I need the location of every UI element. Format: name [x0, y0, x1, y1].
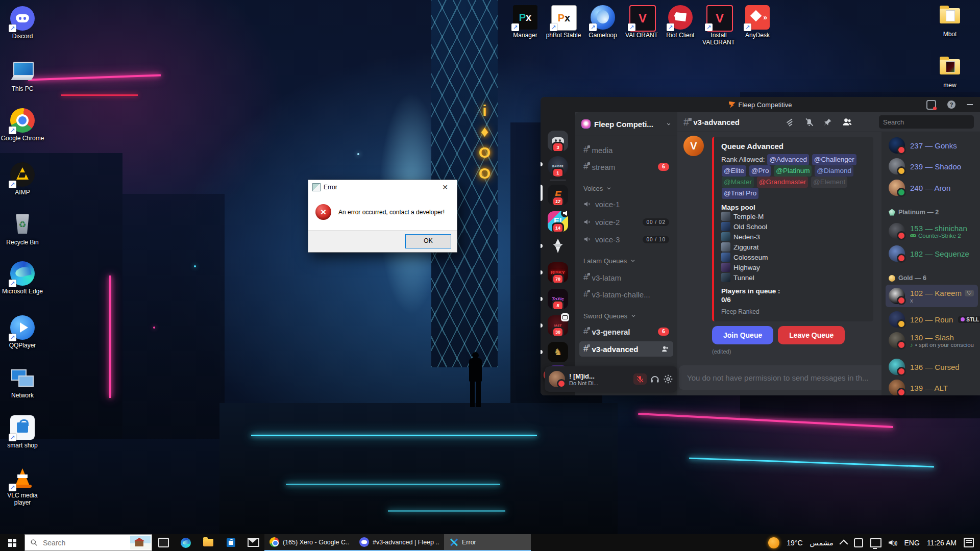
taskbar-explorer[interactable]: [197, 534, 219, 551]
channel-voice-2[interactable]: voice-200 / 02: [579, 214, 673, 230]
help-icon[interactable]: ?: [947, 101, 955, 109]
weather-sun-icon[interactable]: [768, 537, 779, 548]
member-row[interactable]: 240 — Aron: [886, 178, 978, 198]
mention[interactable]: @Platinum: [774, 165, 812, 177]
mention[interactable]: @Challenger: [812, 154, 856, 165]
search-input[interactable]: [879, 115, 974, 129]
desktop-icon-qqplayer[interactable]: ↗ QQPlayer: [0, 315, 45, 349]
message-author-avatar[interactable]: V: [683, 136, 704, 156]
member-row[interactable]: 130 — Slash ♪ • spit on your consciou: [886, 329, 978, 352]
headphones-button[interactable]: [650, 374, 660, 384]
section-sword-queues[interactable]: Sword Queues: [583, 310, 673, 321]
action-center-icon[interactable]: [964, 538, 974, 547]
mention[interactable]: @Master: [722, 177, 754, 188]
server-icon-horse[interactable]: ♞: [548, 342, 568, 362]
desktop-icon-edge[interactable]: ↗ Microsoft Edge: [0, 261, 45, 295]
dialog-titlebar[interactable]: Error ✕: [308, 180, 457, 194]
taskbar-task-error[interactable]: Error: [444, 534, 531, 551]
channel-v3-latam[interactable]: #v3-latam: [579, 270, 673, 285]
member-row[interactable]: 153 — shinichan Counter-Strike 2: [886, 219, 978, 243]
close-icon[interactable]: ✕: [437, 183, 453, 191]
taskbar-mail[interactable]: [242, 534, 264, 551]
server-icon-toxic[interactable]: ToXic 5: [548, 289, 568, 309]
member-row[interactable]: 239 — Shadoo: [886, 156, 978, 177]
hidden-icons-chevron[interactable]: [839, 539, 848, 548]
pin-icon[interactable]: [823, 117, 833, 127]
taskbar-task-discord[interactable]: #v3-advanced | Fleep ...: [354, 534, 444, 551]
user-panel[interactable]: ! [M]id... Do Not Di...: [545, 366, 677, 392]
desktop-icon-gameloop[interactable]: ↗ Gameloop: [580, 5, 625, 39]
leave-queue-button[interactable]: Leave Queue: [778, 326, 845, 344]
channel-voice-3[interactable]: voice-300 / 10: [579, 232, 673, 247]
members-toggle-icon[interactable]: [842, 117, 852, 127]
section-latam-queues[interactable]: Latam Queues: [583, 255, 673, 266]
tray-temperature[interactable]: 19°C: [787, 539, 802, 547]
update-status-icon[interactable]: [926, 100, 936, 110]
desktop-icon-chrome[interactable]: ↗ Google Chrome: [0, 108, 45, 142]
channel-v3-advanced[interactable]: #v3-advanced: [579, 341, 673, 357]
dnd-status-icon: [897, 296, 906, 305]
member-row[interactable]: 139 — ALT: [886, 378, 978, 395]
minimize-button[interactable]: [967, 104, 973, 105]
channel-media[interactable]: #media: [579, 142, 673, 158]
desktop-icon-discord[interactable]: ↗ Discord: [0, 6, 45, 40]
ok-button[interactable]: OK: [405, 234, 451, 248]
taskbar-task-chrome[interactable]: (165) Xero - Google C...: [264, 534, 354, 551]
threads-icon[interactable]: [786, 117, 795, 127]
message-input[interactable]: You do not have permission to send messa…: [679, 365, 892, 390]
tray-capture-icon[interactable]: [854, 538, 863, 547]
discord-titlebar[interactable]: Fleep Competitive: [541, 97, 980, 112]
channel-v3-general[interactable]: #v3-general6: [579, 324, 673, 339]
desktop-icon-install-valorant[interactable]: V↗ Install VALORANT: [696, 5, 741, 46]
server-header[interactable]: Fleep Competi...: [575, 112, 677, 136]
gear-button[interactable]: [663, 374, 673, 384]
mention[interactable]: @Diamond: [815, 165, 853, 177]
invite-member-icon[interactable]: [661, 345, 669, 353]
member-row[interactable]: 136 — Cursed: [886, 357, 978, 377]
desktop-icon-aimp[interactable]: ↗ AIMP: [0, 162, 45, 196]
channel-v3-latam-challenger[interactable]: #v3-latam-challe...: [579, 287, 673, 302]
search-input[interactable]: [42, 538, 105, 547]
taskbar-edge[interactable]: [175, 534, 197, 551]
mention[interactable]: @Elite: [722, 165, 746, 177]
desktop-icon-vlc[interactable]: ↗ VLC media player: [0, 465, 45, 506]
desktop-icon-valorant[interactable]: V↗ VALORANT: [619, 5, 664, 39]
desktop-icon-mbot[interactable]: Mbot: [927, 4, 972, 38]
member-row[interactable]: 237 — Gonks: [886, 135, 978, 156]
taskbar-store[interactable]: [219, 534, 242, 551]
mention[interactable]: @Element: [811, 177, 847, 188]
server-icon-raider[interactable]: RAIDER 1: [548, 156, 568, 177]
desktop-icon-phbot[interactable]: Px↗ phBot Stable: [541, 5, 586, 39]
tray-clock[interactable]: 11:26 AM: [927, 539, 957, 547]
channel-voice-1[interactable]: voice-1: [579, 196, 673, 212]
desktop-icon-smart-shop[interactable]: ↗ smart shop: [0, 415, 45, 449]
desktop-icon-anydesk[interactable]: »↗ AnyDesk: [735, 5, 780, 39]
server-icon-fleep[interactable]: F 12: [548, 185, 568, 205]
network-icon[interactable]: [870, 538, 881, 547]
desktop-icon-recycle-bin[interactable]: ♻ Recycle Bin: [0, 212, 45, 246]
desktop-icon-network[interactable]: Network: [0, 365, 45, 399]
member-row[interactable]: 120 — Roun STLL: [886, 309, 978, 330]
desktop-icon-this-pc[interactable]: This PC: [0, 59, 45, 92]
mention[interactable]: @Advanced: [767, 154, 809, 165]
tray-weather-text[interactable]: مشمس: [810, 539, 834, 547]
mention[interactable]: @Grandmaster: [757, 177, 808, 188]
start-button[interactable]: [0, 534, 24, 551]
mention[interactable]: @Trial Pro: [722, 188, 758, 199]
server-home-button[interactable]: 3: [548, 131, 568, 151]
taskbar-search[interactable]: [24, 534, 152, 551]
notifications-muted-icon[interactable]: [804, 117, 814, 127]
desktop-icon-mew[interactable]: mew: [927, 55, 972, 89]
section-voices[interactable]: Voices: [583, 183, 673, 194]
tray-language[interactable]: ENG: [904, 539, 920, 547]
channel-stream[interactable]: #stream6: [579, 159, 673, 174]
server-icon-risky[interactable]: RISKY 70: [548, 262, 568, 283]
mic-muted-button[interactable]: [633, 373, 647, 385]
member-row-selected[interactable]: 102 — Kareem ♡ x: [886, 285, 978, 307]
server-icon-dagger[interactable]: [548, 236, 568, 256]
join-queue-button[interactable]: Join Queue: [712, 326, 773, 344]
volume-icon[interactable]: ))): [889, 540, 897, 546]
mention[interactable]: @Pro: [749, 165, 771, 177]
task-view-button[interactable]: [152, 534, 175, 551]
member-row[interactable]: 182 — Sequenze: [886, 243, 978, 264]
